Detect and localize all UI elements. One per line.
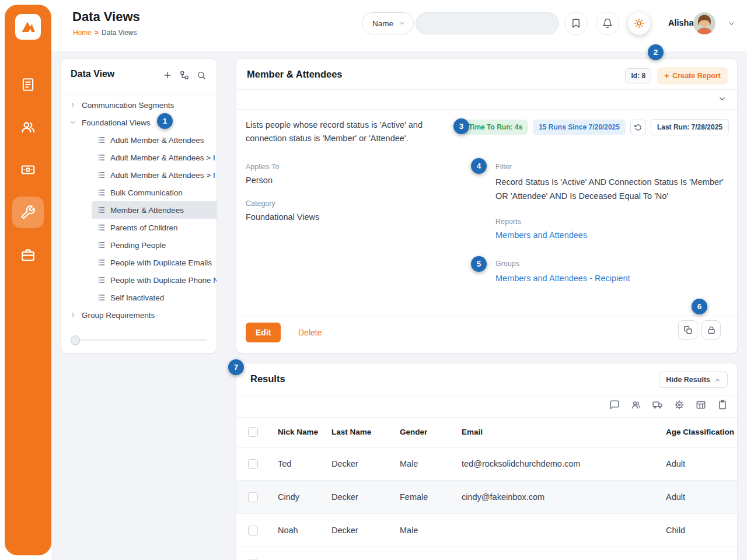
tree-item-people-duplicate-emails[interactable]: People with Duplicate Emails [92,254,217,271]
create-report-button[interactable]: + Create Report [657,67,728,85]
column-header[interactable]: Last Name [331,428,400,436]
theme-toggle-button[interactable] [627,12,651,35]
add-data-view-button[interactable] [163,71,172,80]
header-actions [564,12,651,35]
reset-metrics-button[interactable] [630,120,646,135]
report-link[interactable]: Members and Attendees [495,230,587,240]
cell-gender: Male [400,459,462,468]
tree-item-pending-people[interactable]: Pending People [92,236,217,254]
tree-item-label: Bulk Communication [110,188,183,197]
cell-age-classification: Adult [666,492,737,502]
chevron-up-icon [714,377,721,383]
tree-item-foundational-views[interactable]: Foundational Views [61,114,217,131]
edit-button[interactable]: Edit [246,323,281,342]
tree-item-adult-member-attendees-sub1[interactable]: Adult Member & Attendees > I [92,149,217,166]
row-checkbox[interactable] [248,492,258,502]
cell-last-name: Decker [331,459,400,468]
grid-settings-gear-icon[interactable] [674,400,685,410]
sidebar-item-journal[interactable] [12,69,44,100]
callout-2: 2 [648,44,664,60]
tree-item-group-requirements[interactable]: Group Requirements [61,306,217,324]
tree-item-adult-member-attendees-sub2[interactable]: Adult Member & Attendees > I [92,166,217,184]
sidebar-item-people[interactable] [12,111,44,143]
table-row[interactable]: Cindy Decker Female cindy@fakeinbox.com … [236,481,737,514]
data-view-tree: Communication Segments Foundational View… [61,96,217,324]
column-header[interactable]: Nick Name [278,428,331,436]
user-name: Alisha [668,18,694,27]
data-view-tree-panel: Data View Communication Segments Foundat… [61,58,217,354]
avatar[interactable] [693,12,715,34]
data-view-description: Lists people whose record status is 'Act… [246,118,451,145]
search-icon[interactable] [197,71,206,80]
table-row[interactable]: Ted Decker Male ted@rocksolidchurchdemo.… [236,447,737,481]
header-search: Name [362,12,559,34]
notifications-button[interactable] [596,12,619,35]
hide-results-button[interactable]: Hide Results [659,372,728,388]
tree-panel-actions [163,71,206,80]
folder-tree-icon[interactable] [180,71,189,80]
money-icon [20,162,36,177]
undo-icon [634,124,642,131]
tree-item-people-duplicate-phone[interactable]: People with Duplicate Phone Numbers [92,271,217,289]
plus-icon: + [664,71,669,80]
app-logo[interactable] [15,14,41,40]
slider-knob[interactable] [71,335,80,345]
tree-panel-title: Data View [71,69,114,79]
lock-icon [707,326,716,335]
cell-last-name: Decker [331,526,400,535]
merge-people-icon[interactable] [631,400,641,410]
bulk-update-truck-icon[interactable] [652,400,663,410]
delete-button[interactable]: Delete [298,328,322,337]
copy-clipboard-icon[interactable] [717,400,728,410]
book-icon [20,77,36,92]
tree-item-label: Member & Attendees [110,206,184,215]
search-filter-label: Name [372,19,393,28]
cell-nick-name: Ted [278,459,331,468]
slider-track [71,340,207,341]
search-filter-dropdown[interactable]: Name [362,12,414,34]
search-input[interactable] [416,12,559,34]
tree-scroll-slider[interactable] [71,335,207,345]
bell-icon [602,18,613,29]
collapse-chevron-icon[interactable] [718,94,727,103]
tree-item-member-attendees-selected[interactable]: Member & Attendees [92,201,217,219]
callout-7: 7 [228,359,244,375]
cell-nick-name: Cindy [278,492,331,502]
column-header[interactable]: Age Classification [666,428,737,436]
column-header[interactable]: Email [462,428,666,436]
run-metrics-badges: Time To Run: 4s 15 Runs Since 7/20/2025 … [463,119,729,135]
tree-item-label: Self Inactivated [110,293,164,302]
tree-item-bulk-communication[interactable]: Bulk Communication [92,184,217,201]
divider [236,89,737,90]
table-row[interactable]: Noah Decker Male Child [236,514,737,547]
tree-item-label: Adult Member & Attendees > I [110,171,215,180]
row-checkbox[interactable] [248,526,258,536]
tree-item-adult-member-attendees[interactable]: Adult Member & Attendees [92,131,217,149]
detail-header-actions: Id: 8 + Create Report [625,67,728,85]
select-all-checkbox[interactable] [248,427,258,437]
copy-icon [683,326,693,335]
bookmark-button[interactable] [564,12,588,35]
list-icon [97,206,106,214]
security-button[interactable] [701,320,721,340]
copy-data-view-button[interactable] [678,320,697,340]
communicate-comment-icon[interactable] [609,400,620,410]
callout-3: 3 [453,118,469,134]
tree-item-self-inactivated[interactable]: Self Inactivated [92,289,217,306]
column-header[interactable]: Gender [400,428,462,436]
tree-item-label: Group Requirements [82,311,155,320]
page-title: Data Views [72,9,140,24]
export-table-icon[interactable] [696,400,706,410]
group-link[interactable]: Members and Attendees - Recipient [495,274,630,283]
row-checkbox[interactable] [248,459,258,469]
user-menu-chevron-icon[interactable] [728,20,735,27]
sidebar-item-finance[interactable] [12,154,44,186]
breadcrumb-home-link[interactable]: Home [73,29,92,37]
tree-item-communication-segments[interactable]: Communication Segments [61,96,217,114]
sidebar-item-toolbox[interactable] [12,239,44,271]
sidebar-item-tools[interactable] [12,197,44,228]
list-icon [97,188,106,197]
filter-value: Record Status Is 'Active' AND Connection… [495,176,735,204]
tree-item-parents-of-children[interactable]: Parents of Children [92,219,217,236]
table-row[interactable] [236,547,737,560]
